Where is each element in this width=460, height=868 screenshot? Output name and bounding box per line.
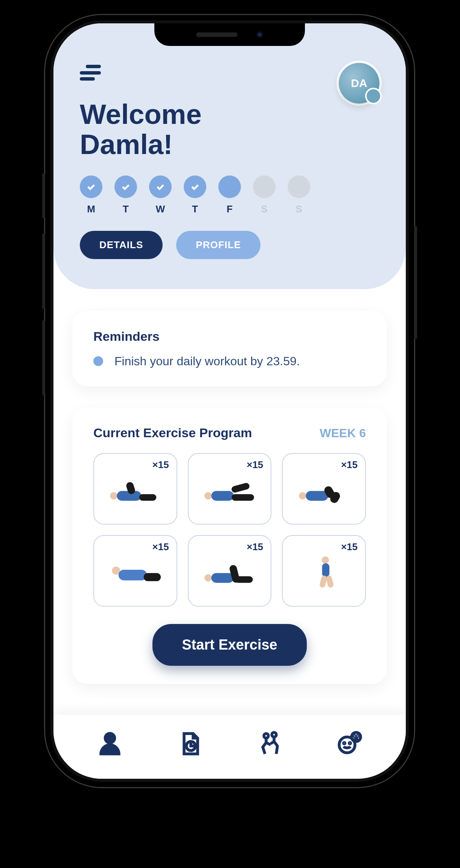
check-icon xyxy=(184,175,206,198)
exercise-card[interactable]: ×15 xyxy=(282,453,366,525)
svg-rect-21 xyxy=(319,575,327,588)
chat-smiley-icon xyxy=(336,730,363,757)
bullet-icon xyxy=(93,356,103,366)
week-progress: MTWTFSS xyxy=(80,175,379,215)
reps-label: ×15 xyxy=(341,541,358,553)
exercise-card[interactable]: ×15 xyxy=(188,453,272,525)
reminders-card: Reminders Finish your daily workout by 2… xyxy=(72,311,387,386)
reps-label: ×15 xyxy=(247,459,263,471)
svg-rect-22 xyxy=(326,575,334,588)
svg-rect-16 xyxy=(211,573,233,583)
tab-home[interactable] xyxy=(94,728,126,760)
tab-chat[interactable] xyxy=(334,728,365,760)
svg-point-15 xyxy=(204,574,212,581)
exercise-pose-icon xyxy=(294,550,355,592)
day-dot xyxy=(253,175,276,198)
svg-point-19 xyxy=(321,556,329,563)
svg-point-30 xyxy=(349,742,351,744)
tab-therapy[interactable] xyxy=(254,728,285,760)
svg-point-4 xyxy=(204,492,212,499)
check-icon xyxy=(114,175,137,198)
day-dot xyxy=(288,175,310,198)
details-button[interactable]: DETAILS xyxy=(80,231,163,259)
reps-label: ×15 xyxy=(341,459,358,471)
day-4[interactable]: F xyxy=(218,175,241,215)
day-0[interactable]: M xyxy=(80,175,102,215)
svg-point-25 xyxy=(264,734,268,738)
svg-rect-3 xyxy=(139,494,156,500)
day-2[interactable]: W xyxy=(149,175,172,215)
day-label: M xyxy=(87,203,95,215)
svg-rect-9 xyxy=(306,491,328,500)
exercise-card[interactable]: ×15 xyxy=(93,453,177,525)
avatar-initials: DA xyxy=(351,77,367,90)
welcome-heading: Welcome Damla! xyxy=(80,99,379,160)
svg-rect-20 xyxy=(322,563,329,577)
day-1[interactable]: T xyxy=(114,175,137,215)
svg-rect-7 xyxy=(231,482,250,493)
report-icon xyxy=(176,730,203,757)
reps-label: ×15 xyxy=(247,541,263,553)
day-label: T xyxy=(123,203,129,215)
menu-icon[interactable] xyxy=(80,65,101,81)
reminder-item: Finish your daily workout by 23.59. xyxy=(93,354,366,368)
day-dot xyxy=(218,175,241,198)
svg-point-8 xyxy=(299,492,306,499)
check-icon xyxy=(80,175,102,198)
svg-point-29 xyxy=(344,742,345,744)
day-label: T xyxy=(192,203,198,215)
program-title: Current Exercise Program xyxy=(93,426,252,440)
program-card: Current Exercise Program WEEK 6 ×15×15×1… xyxy=(72,407,387,684)
check-icon xyxy=(149,175,172,198)
welcome-line-2: Damla! xyxy=(80,130,379,160)
svg-point-23 xyxy=(105,733,114,743)
day-label: W xyxy=(156,203,165,215)
therapy-icon xyxy=(256,730,283,757)
week-badge: WEEK 6 xyxy=(320,426,366,440)
svg-point-26 xyxy=(272,732,276,737)
exercise-pose-icon xyxy=(105,550,166,592)
reminders-title: Reminders xyxy=(93,329,366,344)
person-icon xyxy=(96,730,123,757)
reminder-text: Finish your daily workout by 23.59. xyxy=(114,354,300,368)
svg-rect-6 xyxy=(232,494,254,500)
welcome-line-1: Welcome xyxy=(80,99,379,130)
exercise-pose-icon xyxy=(199,468,260,510)
exercise-card[interactable]: ×15 xyxy=(188,535,272,607)
svg-rect-5 xyxy=(211,491,233,500)
exercise-card[interactable]: ×15 xyxy=(93,535,177,607)
svg-point-31 xyxy=(354,735,355,737)
day-label: F xyxy=(227,203,233,215)
svg-rect-13 xyxy=(119,570,147,580)
hero-panel: DA Welcome Damla! MTWTFSS DETAILS PROFIL… xyxy=(53,23,406,289)
exercise-pose-icon xyxy=(105,468,166,510)
tab-reports[interactable] xyxy=(174,728,206,760)
day-3[interactable]: T xyxy=(184,175,206,215)
reps-label: ×15 xyxy=(152,459,169,471)
day-5[interactable]: S xyxy=(253,175,276,215)
svg-rect-18 xyxy=(235,576,253,583)
svg-rect-14 xyxy=(144,573,161,581)
profile-button[interactable]: PROFILE xyxy=(176,231,260,259)
exercise-pose-icon xyxy=(294,468,355,510)
svg-point-32 xyxy=(357,735,358,737)
avatar[interactable]: DA xyxy=(339,63,379,104)
reps-label: ×15 xyxy=(152,541,169,553)
svg-point-0 xyxy=(110,492,117,499)
exercise-pose-icon xyxy=(199,550,260,592)
exercise-card[interactable]: ×15 xyxy=(282,535,366,607)
day-6[interactable]: S xyxy=(288,175,310,215)
day-label: S xyxy=(295,203,302,215)
start-exercise-button[interactable]: Start Exercise xyxy=(152,624,307,666)
day-label: S xyxy=(261,203,267,215)
tab-bar xyxy=(53,715,406,779)
